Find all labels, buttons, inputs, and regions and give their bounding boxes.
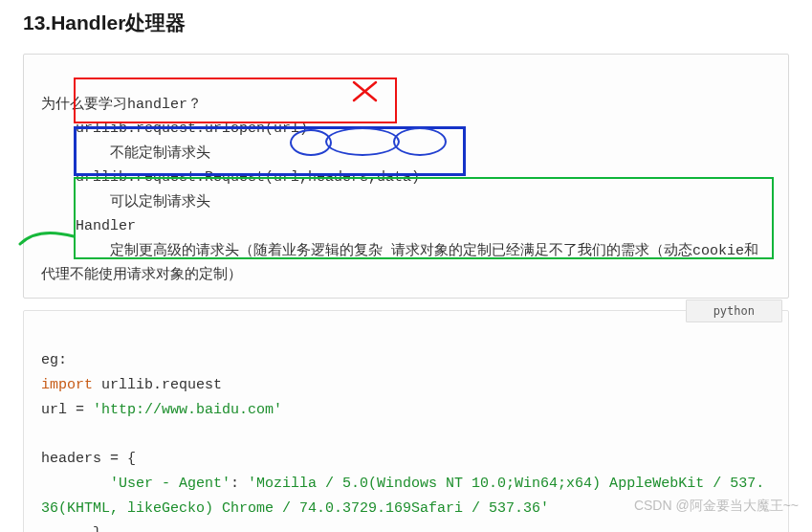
question-line: 为什么要学习handler？ <box>41 97 202 113</box>
code-example-card: python eg: import urllib.request url = '… <box>23 310 789 533</box>
url-string: 'http://www.baidu.com' <box>93 402 282 418</box>
import-module: urllib.request <box>93 377 222 393</box>
url-lhs: url = <box>41 402 93 418</box>
request-line: urllib.request.Request(url,headers,data) <box>41 169 420 186</box>
language-tag: python <box>686 299 782 322</box>
ua-sep: : <box>230 476 248 492</box>
headers-open: headers = { <box>41 451 136 467</box>
urlopen-note: 不能定制请求头 <box>41 145 210 162</box>
kw-import: import <box>41 377 93 393</box>
explanation-card: 为什么要学习handler？ urllib.request.urlopen(ur… <box>23 54 789 299</box>
eg-label: eg: <box>41 352 67 368</box>
handler-title: Handler <box>41 218 136 234</box>
headers-close: } <box>41 525 101 532</box>
request-note: 可以定制请求头 <box>41 194 210 211</box>
urlopen-line: urllib.request.urlopen(url) <box>41 121 308 137</box>
section-heading: 13.Handler处理器 <box>23 10 789 36</box>
handler-body: 定制更高级的请求头（随着业务逻辑的复杂 请求对象的定制已经满足不了我们的需求（动… <box>41 239 768 288</box>
ua-key: 'User - Agent' <box>110 476 230 492</box>
